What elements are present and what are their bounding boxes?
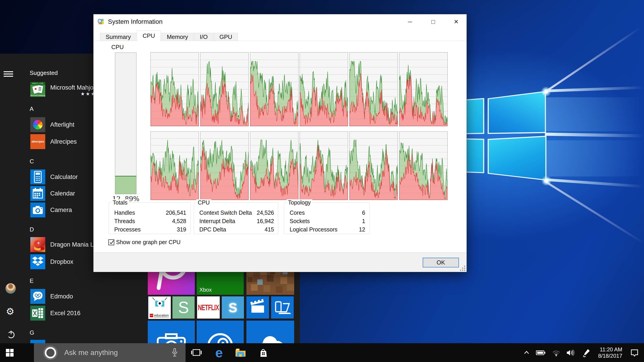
stat-row: Handles206,541 [114,208,186,217]
start-app-camera[interactable]: Camera [30,202,72,218]
camera-tile-icon [30,202,45,218]
tray-chevron-icon[interactable] [519,343,534,362]
wifi-icon[interactable] [549,343,564,362]
groupbox-title: Totals [111,199,129,206]
pen-icon[interactable] [579,343,594,362]
stat-value: 319 [177,226,186,233]
start-app-calculator[interactable]: Calculator [30,170,78,184]
resize-grip[interactable] [459,265,465,271]
maximize-button[interactable]: □ [428,18,438,25]
start-section-suggested: Suggested [30,70,58,76]
start-app-calendar[interactable]: Calendar [30,186,75,201]
taskbar-clock[interactable]: 11:20 AM 8/18/2017 [598,343,622,362]
menu-icon[interactable] [4,68,17,80]
dialog-titlebar[interactable]: System Information ─ □ ✕ [94,14,466,29]
power-icon[interactable] [6,328,20,340]
ok-button[interactable]: OK [423,258,459,268]
checkbox-label: Show one graph per CPU [116,239,180,246]
app-label: Excel 2016 [50,310,80,317]
cpu-groupbox: CPU Context Switch Delta24,526 Interrupt… [194,202,278,234]
start-section-a[interactable]: A [30,106,34,112]
tile-media-player[interactable] [197,320,244,343]
cortana-search-box[interactable] [34,343,186,362]
edge-icon[interactable]: e [212,343,226,362]
cpu-graph [150,52,199,126]
totals-groupbox: Totals Handles206,541 Threads4,528 Proce… [108,202,190,234]
hero-light-ray [545,178,644,188]
stat-row: Context Switch Delta24,526 [199,208,274,217]
lego-education-text: education [154,314,169,318]
hero-logo-pane-top-right [488,91,546,134]
cpu-graph [250,132,298,200]
tile-sway[interactable]: S [172,296,194,318]
taskbar: e 11:20 AM 8/18/2017 [0,343,644,362]
stat-row: DPC Delta415 [199,225,274,234]
microphone-icon[interactable] [170,348,179,358]
store-icon[interactable] [256,343,270,362]
lego-logo: LEGO [150,314,153,317]
start-section-c[interactable]: C [30,158,34,165]
search-input[interactable] [64,348,170,357]
tile-netflix[interactable]: NETFLIX [197,296,220,318]
minimize-button[interactable]: ─ [406,18,414,25]
allrecipes-tile-icon: allrecipes [30,134,45,149]
stat-label: Cores [290,210,305,216]
start-section-g[interactable]: G [30,329,34,336]
file-explorer-icon[interactable] [233,343,248,362]
start-app-partial[interactable] [30,340,45,343]
stat-row: Sockets1 [290,217,365,225]
checkbox-box[interactable] [108,239,114,245]
hero-light-ray [545,132,644,138]
start-app-excel[interactable]: Excel 2016 [30,306,80,320]
stat-row: Threads4,528 [114,217,186,225]
hero-light-ray [546,140,644,176]
hero-light-ray [545,86,644,92]
tile-lego-education[interactable]: LEGOeducation [148,296,171,319]
app-label: Afterlight [50,121,74,128]
hero-light-ray [542,27,641,94]
stat-value: 6 [362,210,365,216]
afterlight-tile-icon [30,117,45,132]
tab-cpu[interactable]: CPU [137,30,161,41]
tab-summary[interactable]: Summary [100,33,136,41]
cpu-graph [399,52,448,126]
battery-icon[interactable] [534,343,548,362]
close-button[interactable]: ✕ [452,18,461,25]
user-avatar[interactable] [6,282,19,295]
tile-connect[interactable] [271,296,294,318]
settings-icon[interactable]: ⚙ [6,305,20,318]
action-center-icon[interactable] [627,343,642,362]
stat-row: Processes319 [114,225,186,234]
tile-skype[interactable]: S [222,296,244,318]
volume-icon[interactable] [564,343,578,362]
cpu-graph [350,132,398,200]
windows-logo-icon [6,349,14,356]
system-information-icon [97,18,105,26]
sway-logo: S [178,299,189,316]
tile-camera-large[interactable] [148,320,195,343]
tile-label: Xbox [199,287,212,293]
edmodo-tile-icon [30,289,45,304]
stat-row: Cores6 [290,208,365,217]
stat-value: 206,541 [166,210,186,216]
cpu-graph [200,132,249,200]
start-button[interactable] [0,343,20,362]
tile-movies-tv[interactable] [246,296,269,318]
cpu-graph [300,52,348,126]
tab-memory[interactable]: Memory [161,33,194,41]
start-app-afterlight[interactable]: Afterlight [30,117,74,132]
task-view-icon[interactable] [189,343,204,362]
start-section-e[interactable]: E [30,278,34,284]
desktop: ⚙ Suggested XBOX LIVE Microsoft Mahjong … [0,0,644,362]
hero-light-ray [544,180,644,244]
dragon-mania-tile-icon [30,237,45,252]
stat-label: Interrupt Delta [199,218,235,224]
start-app-allrecipes[interactable]: allrecipes Allrecipes [30,134,77,149]
show-one-graph-checkbox[interactable]: Show one graph per CPU [108,239,180,246]
start-app-edmodo[interactable]: Edmodo [30,289,73,304]
start-app-dropbox[interactable]: Dropbox [30,254,73,269]
tab-gpu[interactable]: GPU [214,33,238,41]
tile-onedrive[interactable] [246,320,294,343]
start-section-d[interactable]: D [30,226,34,233]
tab-io[interactable]: I/O [194,33,214,41]
